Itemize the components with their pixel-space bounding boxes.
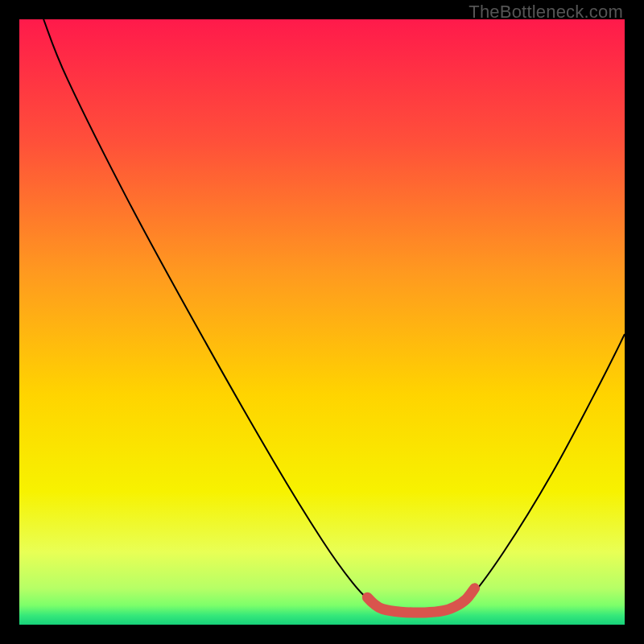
chart-plot-area	[19, 19, 625, 625]
bottleneck-chart	[19, 19, 625, 625]
gradient-background	[19, 19, 625, 625]
